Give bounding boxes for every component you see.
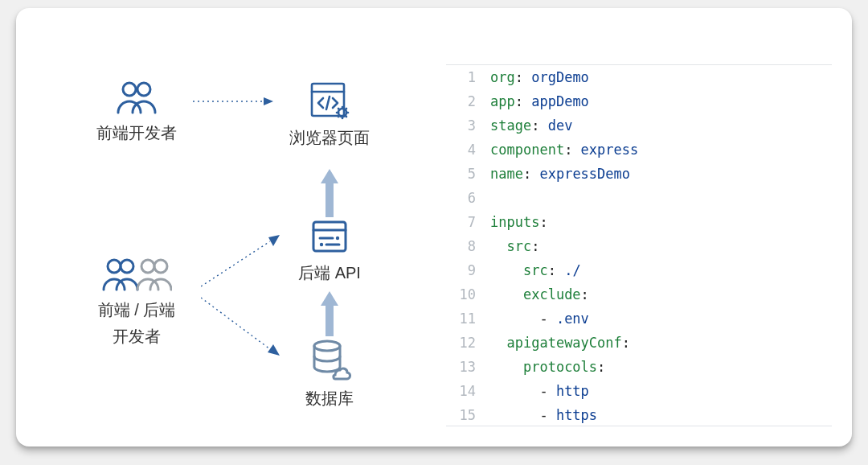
node-database: 数据库 — [273, 338, 386, 409]
line-number: 13 — [446, 359, 490, 375]
node-fullstack-dev: 前端 / 后端 开发者 — [64, 257, 209, 348]
code-line: 14 - http — [446, 379, 832, 403]
line-number: 5 — [446, 166, 490, 182]
arrow-db-to-api — [321, 291, 338, 336]
svg-point-19 — [320, 243, 323, 246]
svg-line-4 — [326, 97, 330, 109]
svg-line-13 — [346, 109, 347, 110]
svg-marker-26 — [264, 97, 273, 105]
content-card: 前端开发者 — [16, 8, 852, 446]
svg-line-11 — [346, 116, 347, 117]
line-content: - http — [490, 383, 589, 399]
line-number: 12 — [446, 335, 490, 351]
code-line: 12 apigatewayConf: — [446, 331, 832, 355]
code-line: 8 src: — [446, 234, 832, 258]
line-content: src: — [490, 238, 539, 254]
svg-point-20 — [314, 341, 340, 351]
line-content: - .env — [490, 311, 589, 327]
line-content: org: orgDemo — [490, 69, 589, 85]
code-line: 5name: expressDemo — [446, 162, 832, 186]
line-content: name: expressDemo — [490, 166, 630, 182]
node-label: 后端 API — [273, 262, 386, 284]
svg-point-0 — [123, 83, 136, 96]
line-content: protocols: — [490, 359, 605, 375]
code-line: 13 protocols: — [446, 355, 832, 379]
line-number: 6 — [446, 190, 490, 206]
svg-line-10 — [338, 109, 340, 110]
browser-code-icon — [273, 80, 386, 121]
line-content: src: ./ — [490, 262, 581, 278]
line-number: 8 — [446, 238, 490, 254]
line-content: app: appDemo — [490, 93, 589, 109]
svg-line-29 — [201, 298, 270, 349]
line-number: 3 — [446, 117, 490, 134]
svg-line-12 — [338, 116, 340, 117]
arrow-dotted-fs-to-api — [201, 235, 280, 291]
line-content: inputs: — [490, 214, 548, 230]
svg-point-18 — [336, 237, 339, 240]
node-backend-api: 后端 API — [273, 217, 386, 284]
svg-marker-30 — [268, 344, 280, 356]
line-content: exclude: — [490, 286, 589, 302]
yaml-code-panel: 1org: orgDemo2app: appDemo3stage: dev4co… — [446, 64, 832, 426]
code-line: 1org: orgDemo — [446, 65, 832, 89]
node-label-line2: 开发者 — [64, 326, 209, 348]
node-label: 数据库 — [273, 388, 386, 409]
people-mixed-icon — [64, 257, 209, 293]
database-cloud-icon — [273, 338, 386, 381]
code-line: 3stage: dev — [446, 113, 832, 138]
svg-rect-14 — [313, 222, 346, 251]
svg-point-24 — [154, 260, 167, 273]
node-browser-page: 浏览器页面 — [273, 80, 386, 149]
line-number: 7 — [446, 214, 490, 230]
line-number: 15 — [446, 407, 490, 423]
code-line: 11 - .env — [446, 307, 832, 331]
node-label: 浏览器页面 — [273, 127, 386, 149]
line-content: - https — [490, 407, 597, 423]
api-icon — [273, 217, 386, 256]
line-number: 4 — [446, 142, 490, 158]
arrow-dotted-fs-to-db — [201, 293, 280, 357]
line-number: 10 — [446, 286, 490, 302]
line-number: 11 — [446, 311, 490, 327]
svg-point-23 — [141, 260, 154, 273]
code-line: 6 — [446, 186, 832, 210]
code-line: 2app: appDemo — [446, 89, 832, 113]
code-line: 9 src: ./ — [446, 258, 832, 282]
code-line: 4component: express — [446, 138, 832, 162]
code-line: 7inputs: — [446, 210, 832, 234]
line-number: 1 — [446, 69, 490, 85]
node-frontend-dev: 前端开发者 — [80, 80, 193, 144]
line-content: component: express — [490, 142, 638, 158]
line-content: stage: dev — [490, 117, 572, 134]
svg-marker-28 — [268, 235, 280, 246]
arrow-dotted-fe-to-browser — [193, 97, 273, 106]
line-content: apigatewayConf: — [490, 335, 630, 351]
node-label-line1: 前端 / 后端 — [64, 299, 209, 321]
code-line: 15 - https — [446, 403, 832, 427]
svg-point-22 — [121, 260, 133, 273]
code-line: 10 exclude: — [446, 282, 832, 307]
line-number: 14 — [446, 383, 490, 399]
node-label: 前端开发者 — [80, 122, 193, 144]
line-number: 2 — [446, 93, 490, 109]
arrow-api-to-browser — [321, 169, 338, 217]
people-icon — [80, 80, 193, 116]
svg-line-27 — [201, 241, 270, 286]
svg-point-1 — [137, 83, 150, 96]
svg-point-21 — [108, 260, 121, 273]
line-number: 9 — [446, 262, 490, 278]
architecture-diagram: 前端开发者 — [64, 64, 410, 410]
